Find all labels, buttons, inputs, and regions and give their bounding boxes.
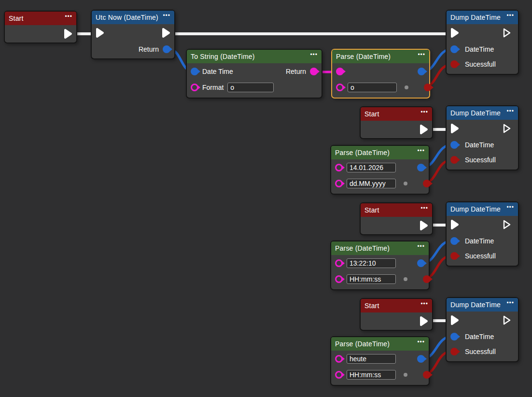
node-parse-4[interactable]: Parse (DateTime) ••• xyxy=(330,336,430,386)
format-input-pin[interactable] xyxy=(335,371,343,379)
node-menu-icon[interactable]: ••• xyxy=(506,109,514,113)
exec-out-pin[interactable] xyxy=(502,314,512,326)
node-parse-3[interactable]: Parse (DateTime) ••• xyxy=(330,241,430,290)
datetime-input-pin[interactable] xyxy=(450,141,458,149)
datetime-input-pin[interactable] xyxy=(450,237,458,245)
datetime-input-label: DateTime xyxy=(465,45,494,53)
datetime-output-pin[interactable] xyxy=(417,259,425,267)
success-output-pin[interactable] xyxy=(423,371,431,379)
node-title: Utc Now (DateTime) xyxy=(96,14,158,21)
value-input-pin[interactable] xyxy=(335,164,343,171)
exec-in-pin[interactable] xyxy=(95,27,105,39)
node-title: Dump DateTime xyxy=(450,205,501,213)
datetime-output-pin[interactable] xyxy=(417,164,425,171)
node-parse-1[interactable]: Parse (DateTime) ••• xyxy=(331,49,430,99)
exec-out-pin[interactable] xyxy=(63,28,73,40)
datetime-output-pin[interactable] xyxy=(417,355,425,363)
node-menu-icon[interactable]: ••• xyxy=(420,110,428,114)
exec-out-pin[interactable] xyxy=(419,315,429,327)
format-input-pin[interactable] xyxy=(335,275,343,283)
node-menu-icon[interactable]: ••• xyxy=(417,148,425,153)
value-input-pin[interactable] xyxy=(336,68,344,75)
value-field[interactable] xyxy=(347,258,396,268)
node-title: Dump DateTime xyxy=(450,14,501,21)
datetime-output-pin[interactable] xyxy=(418,68,425,75)
node-menu-icon[interactable]: ••• xyxy=(417,340,425,344)
value-input-pin[interactable] xyxy=(335,355,343,363)
success-output-pin[interactable] xyxy=(423,275,431,283)
format-input-pin[interactable] xyxy=(336,84,344,91)
success-input-label: Sucessfull xyxy=(465,156,496,164)
node-dump-datetime-2[interactable]: Dump DateTime ••• DateTime Sucessfull xyxy=(446,105,519,170)
success-input-label: Sucessfull xyxy=(465,60,496,68)
node-start-4[interactable]: Start ••• xyxy=(360,298,433,331)
return-output-label: Return xyxy=(286,68,306,75)
datetime-input-label: DateTime xyxy=(465,237,494,245)
node-start-3[interactable]: Start ••• xyxy=(360,202,433,235)
exec-in-pin[interactable] xyxy=(449,314,460,326)
node-menu-icon[interactable]: ••• xyxy=(418,52,425,57)
datetime-input-label: DateTime xyxy=(465,141,494,149)
node-parse-2[interactable]: Parse (DateTime) ••• xyxy=(330,145,430,195)
node-dump-datetime-1[interactable]: Dump DateTime ••• DateTime Sucessfull xyxy=(446,10,519,75)
format-value-field[interactable] xyxy=(348,83,397,92)
datetime-input-label: DateTime xyxy=(465,333,494,340)
exec-out-pin[interactable] xyxy=(502,218,512,231)
success-input-pin[interactable] xyxy=(450,252,458,260)
datetime-output-pin[interactable] xyxy=(163,45,170,53)
node-menu-icon[interactable]: ••• xyxy=(163,13,170,18)
exec-out-pin[interactable] xyxy=(419,123,429,136)
node-title: Start xyxy=(364,206,379,214)
node-start-2[interactable]: Start ••• xyxy=(360,106,433,139)
pin-indicator-dot xyxy=(404,277,407,281)
node-title: Parse (DateTime) xyxy=(335,340,390,348)
exec-out-pin[interactable] xyxy=(161,27,171,39)
success-input-pin[interactable] xyxy=(450,60,458,68)
node-title: Start xyxy=(364,110,379,118)
success-output-pin[interactable] xyxy=(424,84,432,91)
node-menu-icon[interactable]: ••• xyxy=(506,13,514,18)
node-menu-icon[interactable]: ••• xyxy=(506,300,514,305)
format-input-pin[interactable] xyxy=(335,180,343,187)
pin-indicator-dot xyxy=(404,182,407,185)
datetime-input-pin[interactable] xyxy=(450,45,458,53)
datetime-input-label: Date Time xyxy=(202,68,233,75)
datetime-input-pin[interactable] xyxy=(191,68,198,75)
format-input-pin[interactable] xyxy=(191,84,198,91)
pin-indicator-dot xyxy=(405,85,408,89)
exec-in-pin[interactable] xyxy=(449,218,460,231)
datetime-input-pin[interactable] xyxy=(450,333,458,340)
format-value-field[interactable] xyxy=(347,370,396,380)
node-menu-icon[interactable]: ••• xyxy=(310,52,318,57)
node-title: Parse (DateTime) xyxy=(335,244,390,252)
node-title: Parse (DateTime) xyxy=(335,149,390,156)
node-menu-icon[interactable]: ••• xyxy=(506,205,514,210)
exec-out-pin[interactable] xyxy=(502,122,512,135)
value-field[interactable] xyxy=(347,163,396,172)
string-output-pin[interactable] xyxy=(310,68,318,75)
success-input-pin[interactable] xyxy=(450,156,458,164)
node-dump-datetime-3[interactable]: Dump DateTime ••• DateTime Sucessfull xyxy=(446,201,519,267)
node-menu-icon[interactable]: ••• xyxy=(420,301,428,306)
node-editor-canvas[interactable]: Start ••• Utc Now (DateTime) ••• xyxy=(0,0,532,397)
exec-out-pin[interactable] xyxy=(419,219,429,232)
node-menu-icon[interactable]: ••• xyxy=(65,14,72,19)
pin-indicator-dot xyxy=(404,373,407,377)
node-start-1[interactable]: Start ••• xyxy=(4,11,77,43)
node-menu-icon[interactable]: ••• xyxy=(417,244,425,249)
node-dump-datetime-4[interactable]: Dump DateTime ••• DateTime Sucessfull xyxy=(446,297,519,362)
node-utc-now[interactable]: Utc Now (DateTime) ••• Return xyxy=(91,10,175,59)
success-input-pin[interactable] xyxy=(450,348,458,355)
format-value-field[interactable] xyxy=(347,274,396,284)
exec-out-pin[interactable] xyxy=(502,27,512,39)
format-value-field[interactable] xyxy=(227,83,274,92)
success-output-pin[interactable] xyxy=(423,180,431,187)
value-field[interactable] xyxy=(347,354,396,364)
value-input-pin[interactable] xyxy=(335,259,343,267)
exec-in-pin[interactable] xyxy=(449,122,460,135)
node-menu-icon[interactable]: ••• xyxy=(420,206,428,211)
node-to-string[interactable]: To String (DateTime) ••• Date Time Retur… xyxy=(186,49,322,99)
format-value-field[interactable] xyxy=(347,179,396,188)
node-title: Dump DateTime xyxy=(450,109,501,117)
exec-in-pin[interactable] xyxy=(449,27,460,39)
